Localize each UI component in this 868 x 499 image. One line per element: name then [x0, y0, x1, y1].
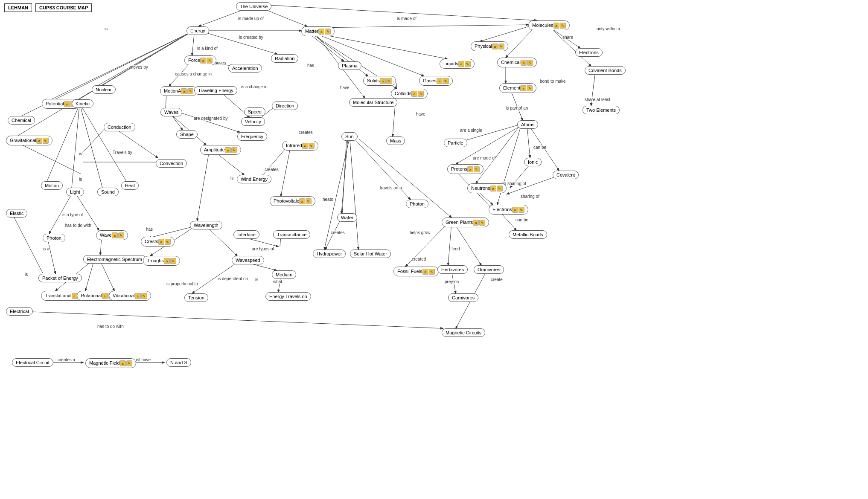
node-magnetic_field[interactable]: Magnetic Fielda✎ — [85, 358, 136, 368]
icon-badge-photovoltaic[interactable]: a✎ — [299, 198, 312, 204]
node-motiona[interactable]: MotionAa✎ — [160, 86, 197, 96]
node-frequency[interactable]: Frequency — [237, 132, 267, 141]
node-chemical_mol[interactable]: Chemicala✎ — [497, 58, 537, 67]
icon-badge-physical[interactable]: a✎ — [492, 44, 504, 49]
node-waves[interactable]: Waves — [160, 108, 182, 116]
node-motion[interactable]: Motion — [41, 181, 63, 190]
node-wind_energy[interactable]: Wind Energy — [237, 175, 271, 183]
node-transmittance[interactable]: Transmittance — [273, 230, 310, 239]
node-tension[interactable]: Tension — [184, 293, 208, 302]
node-sun[interactable]: Sun — [341, 132, 358, 141]
node-electrons_top[interactable]: Electrons — [575, 48, 603, 57]
node-vibrational[interactable]: Vibrationala✎ — [109, 291, 151, 301]
icon-badge-neutrons[interactable]: a✎ — [490, 186, 503, 191]
node-gases[interactable]: Gasesa✎ — [419, 76, 453, 86]
node-element[interactable]: Elementa✎ — [499, 83, 536, 93]
node-neutrons[interactable]: Neutronsa✎ — [467, 183, 507, 193]
icon-badge-troughs[interactable]: a✎ — [164, 258, 176, 264]
node-wavelength[interactable]: Wavelength — [190, 221, 222, 229]
node-covalent_bonds[interactable]: Covalent Bonds — [585, 66, 626, 75]
node-universe[interactable]: The Universe — [236, 2, 271, 11]
node-velocity[interactable]: Velocity — [241, 117, 265, 126]
icon-badge-gravitational[interactable]: a✎ — [36, 138, 49, 144]
node-traveling_energy[interactable]: Traveling Energy — [194, 86, 237, 95]
node-em_spectrum[interactable]: Electromagnetic Spectrum — [83, 255, 146, 264]
node-solar_hot_water[interactable]: Solar Hot Water — [350, 250, 391, 258]
icon-badge-wave[interactable]: a✎ — [112, 232, 124, 238]
node-shape[interactable]: Shape — [176, 130, 198, 139]
node-photon[interactable]: Photon — [406, 200, 428, 208]
node-electrical_circuit[interactable]: Electrical Circuit — [12, 358, 53, 367]
node-energy[interactable]: Energy — [186, 26, 209, 35]
icon-badge-molecules[interactable]: a✎ — [553, 23, 566, 29]
node-amplitude[interactable]: Amplitudea✎ — [200, 145, 241, 155]
node-medium[interactable]: Medium — [272, 270, 296, 279]
node-nuclear[interactable]: Nuclear — [92, 85, 116, 94]
icon-badge-infrared[interactable]: a✎ — [302, 143, 315, 149]
node-covalent[interactable]: Covalent — [553, 171, 579, 179]
icon-badge-motiona[interactable]: a✎ — [181, 88, 193, 94]
node-packet_of_energy[interactable]: Packet of Energy — [38, 274, 82, 282]
node-fossil_fuels[interactable]: Fossil Fuelsa✎ — [393, 267, 439, 276]
node-wavespeed[interactable]: Wavespeed — [232, 256, 264, 264]
node-physical[interactable]: Physicala✎ — [471, 41, 508, 51]
icon-badge-crests[interactable]: a✎ — [158, 239, 171, 245]
node-troughs[interactable]: Troughsa✎ — [143, 256, 180, 266]
node-speed[interactable]: Speed — [244, 107, 265, 116]
node-heat[interactable]: Heat — [121, 181, 139, 190]
node-liquids[interactable]: Liquidsa✎ — [440, 59, 475, 69]
node-plasma[interactable]: Plasma — [338, 61, 361, 70]
icon-badge-amplitude[interactable]: a✎ — [225, 147, 237, 153]
node-electrons[interactable]: Electronsa✎ — [489, 205, 528, 215]
node-convection[interactable]: Convection — [156, 159, 187, 168]
node-green_plants[interactable]: Green Plantsa✎ — [442, 218, 489, 227]
node-protons[interactable]: Protonsa✎ — [447, 164, 484, 174]
node-ionic[interactable]: Ionic — [524, 158, 542, 166]
icon-badge-matter[interactable]: a✎ — [318, 29, 331, 35]
icon-badge-vibrational[interactable]: a✎ — [135, 293, 147, 299]
icon-badge-colloids[interactable]: a✎ — [411, 91, 424, 97]
node-metallic_bonds[interactable]: Metallic Bonds — [509, 230, 547, 239]
icon-badge-liquids[interactable]: a✎ — [458, 61, 471, 67]
node-molecular_structure[interactable]: Molecular Structure — [349, 98, 397, 107]
node-infrared[interactable]: Infrareda✎ — [282, 141, 318, 151]
node-wave[interactable]: Wavea✎ — [96, 230, 128, 240]
node-gravitational[interactable]: Gravitationala✎ — [6, 136, 52, 145]
node-water[interactable]: Water — [337, 213, 357, 222]
icon-badge-gases[interactable]: a✎ — [437, 78, 449, 84]
icon-badge-solids[interactable]: a✎ — [380, 78, 392, 84]
node-photon_top[interactable]: Photon — [43, 234, 65, 242]
node-interface[interactable]: Interface — [233, 230, 259, 239]
node-energy_travels_on[interactable]: Energy Travels on — [265, 292, 311, 301]
node-solids[interactable]: Solidsa✎ — [363, 76, 396, 86]
node-sound[interactable]: Sound — [97, 188, 119, 196]
node-elastic[interactable]: Elastic — [6, 209, 27, 218]
icon-badge-electrons[interactable]: a✎ — [512, 207, 524, 213]
node-atoms[interactable]: Atoms — [517, 120, 538, 129]
node-colloids[interactable]: Colloidsa✎ — [391, 89, 428, 99]
node-light[interactable]: Light — [66, 188, 84, 196]
node-molecules[interactable]: Moleculesa✎ — [528, 20, 570, 30]
icon-badge-element[interactable]: a✎ — [520, 85, 533, 91]
node-herbivores[interactable]: Herbivores — [437, 265, 468, 274]
node-radiation[interactable]: Radiation — [271, 54, 298, 63]
icon-badge-green_plants[interactable]: a✎ — [473, 220, 485, 226]
node-matter[interactable]: Mattera✎ — [301, 26, 335, 36]
node-direction[interactable]: Direction — [272, 102, 298, 110]
node-two_elements[interactable]: Two Elements — [583, 106, 620, 114]
node-magnetic_circuits[interactable]: Magnetic Circuits — [442, 328, 485, 337]
node-chemical[interactable]: Chemical — [8, 116, 35, 125]
node-omnivores[interactable]: Omnivores — [474, 265, 504, 274]
node-force[interactable]: Forcea✎ — [184, 55, 216, 65]
node-crests[interactable]: Crestsa✎ — [141, 237, 175, 247]
node-n_and_s[interactable]: N and S — [166, 358, 191, 367]
icon-badge-magnetic_field[interactable]: a✎ — [120, 360, 132, 366]
icon-badge-force[interactable]: a✎ — [200, 58, 213, 64]
node-electrical[interactable]: Electrical — [6, 307, 33, 316]
node-hydropower[interactable]: Hydropower — [313, 250, 346, 258]
node-kinetic[interactable]: Kinetic — [72, 99, 93, 108]
node-conduction[interactable]: Conduction — [104, 123, 135, 131]
icon-badge-fossil_fuels[interactable]: a✎ — [422, 269, 435, 275]
icon-badge-protons[interactable]: a✎ — [467, 166, 480, 172]
icon-badge-chemical_mol[interactable]: a✎ — [521, 60, 533, 66]
